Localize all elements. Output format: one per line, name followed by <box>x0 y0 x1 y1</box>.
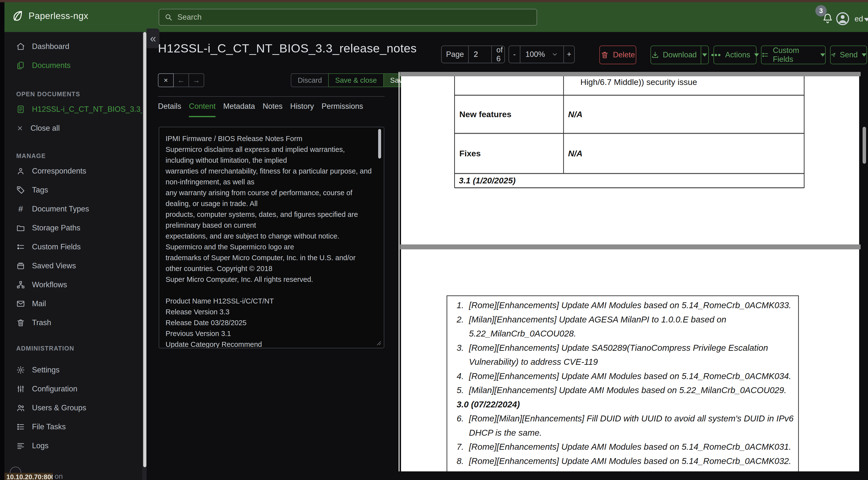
discard-button[interactable]: Discard <box>291 73 329 87</box>
previous-document-button[interactable]: ← <box>173 73 189 87</box>
navbar-right: 3 ed <box>794 2 868 32</box>
zoom-control: - 100% + <box>508 46 575 63</box>
sidebar-item-dashboard[interactable]: Dashboard <box>4 37 142 56</box>
file-text-icon <box>16 105 25 114</box>
download-button[interactable]: Download <box>651 46 709 64</box>
textarea-resize-grip[interactable] <box>375 339 381 347</box>
delete-button[interactable]: Delete <box>599 46 636 64</box>
sidebar-item-label: Correspondents <box>32 167 86 176</box>
sidebar-item-logs[interactable]: Logs <box>4 436 142 455</box>
next-document-button[interactable]: → <box>188 73 204 87</box>
trash-icon <box>600 51 609 59</box>
release-notes-table: High/6.7 Middle)) security issue New fea… <box>454 76 805 188</box>
global-search[interactable] <box>159 9 537 26</box>
sidebar-item-correspondents[interactable]: Correspondents <box>4 161 142 180</box>
version-heading: 3.1 (1/20/2025) <box>459 174 516 187</box>
logs-icon <box>16 441 25 450</box>
list-item: 4.[Rome][Enhancements] Update AMI Module… <box>447 369 798 383</box>
sidebar-item-workflows[interactable]: Workflows <box>4 275 142 294</box>
hash-icon: # <box>16 204 25 214</box>
sidebar-item-label: Custom Fields <box>32 242 81 251</box>
save-and-close-button[interactable]: Save & close <box>328 73 383 87</box>
custom-fields-icon <box>16 242 25 251</box>
zoom-in-button[interactable]: + <box>563 46 574 63</box>
download-dropdown-button[interactable] <box>701 46 708 64</box>
sidebar-item-documents[interactable]: Documents <box>4 56 142 75</box>
textarea-scrollbar-thumb[interactable] <box>378 129 381 158</box>
documents-icon <box>16 61 25 70</box>
left-edge-strip <box>0 2 4 480</box>
tab-details[interactable]: Details <box>158 102 181 117</box>
send-label: Send <box>840 51 858 59</box>
search-icon <box>164 13 173 22</box>
sidebar-scrollbar-thumb[interactable] <box>143 32 146 467</box>
tab-content[interactable]: Content <box>189 102 216 117</box>
pdf-page-gap <box>400 244 861 249</box>
trash-icon <box>16 318 25 327</box>
folder-icon <box>16 223 25 232</box>
delete-label: Delete <box>613 51 635 59</box>
sidebar-item-mail[interactable]: Mail <box>4 294 142 313</box>
search-input[interactable] <box>177 12 532 22</box>
sidebar-item-label: Logs <box>32 441 49 450</box>
sidebar-item-settings[interactable]: Settings <box>4 360 142 379</box>
sidebar-item-trash[interactable]: Trash <box>4 313 142 332</box>
tab-history[interactable]: History <box>290 102 314 117</box>
sidebar-close-all[interactable]: Close all <box>4 119 142 138</box>
section-administration: ADMINISTRATION <box>16 345 142 352</box>
users-icon <box>16 403 25 412</box>
table-row-version: 3.1 (1/20/2025) <box>455 174 804 188</box>
zoom-out-button[interactable]: - <box>509 46 520 63</box>
user-menu[interactable]: ed <box>855 14 863 23</box>
sidebar-item-configuration[interactable]: Configuration <box>4 379 142 398</box>
table-row: Fixes N/A <box>455 134 804 174</box>
sidebar-item-saved-views[interactable]: Saved Views <box>4 256 142 275</box>
list-item: 1.[Rome][Enhancements] Update AMI Module… <box>447 298 798 312</box>
window-top-strip <box>0 0 868 2</box>
list-item: 5.[Milan][Enhancements] Update AMI Modul… <box>447 383 798 397</box>
custom-fields-button[interactable]: Custom Fields <box>761 46 826 64</box>
leaf-logo-icon <box>11 9 24 22</box>
cut-sidebar-label: on <box>55 472 63 480</box>
sidebar-open-document[interactable]: H12SSL-i_C_CT_NT_BIOS_3.3_rel... <box>4 100 142 119</box>
sidebar-item-custom-fields[interactable]: Custom Fields <box>4 237 142 256</box>
sidebar-item-tags[interactable]: Tags <box>4 180 142 200</box>
saved-views-icon <box>16 262 25 270</box>
brand-title: Paperless-ngx <box>29 11 88 21</box>
sliders-icon <box>16 385 25 393</box>
actions-button[interactable]: ••• Actions <box>713 46 756 64</box>
sidebar-item-label: Storage Paths <box>32 223 80 232</box>
zoom-level-dropdown[interactable]: 100% <box>520 46 563 63</box>
editor-tabs: Details Content Metadata Notes History P… <box>158 102 363 117</box>
list-item: 9.[Rome][Milan][Enhancements] For UsbBus… <box>447 468 798 471</box>
close-document-button[interactable]: × <box>158 73 174 87</box>
tag-icon <box>16 186 25 194</box>
send-icon <box>831 51 836 59</box>
pdf-scrollbar-thumb[interactable] <box>863 127 866 164</box>
sidebar-item-label: File Tasks <box>32 422 66 431</box>
table-row: New features N/A <box>455 95 804 134</box>
list-item-continuation: 5.22_MilanCrb_0ACOU028. <box>447 326 798 341</box>
collapse-panel-button[interactable]: « <box>147 29 159 48</box>
table-cell-value: N/A <box>568 134 583 173</box>
tab-metadata[interactable]: Metadata <box>223 102 255 117</box>
table-cell-value: N/A <box>568 95 583 133</box>
column-divider <box>563 134 564 173</box>
document-content-textarea[interactable]: IPMI Firmware / BIOS Release Notes Form … <box>159 127 384 348</box>
sidebar-item-label: Saved Views <box>32 262 76 270</box>
brand[interactable]: Paperless-ngx <box>11 9 88 22</box>
sidebar-item-storage-paths[interactable]: Storage Paths <box>4 218 142 237</box>
sidebar-item-file-tasks[interactable]: File Tasks <box>4 417 142 436</box>
caret-down-icon <box>820 53 825 57</box>
tab-permissions[interactable]: Permissions <box>321 102 363 117</box>
page-number-input[interactable] <box>473 50 487 59</box>
tab-notes[interactable]: Notes <box>263 102 283 117</box>
send-button[interactable]: Send <box>830 46 867 64</box>
section-manage: MANAGE <box>16 152 142 159</box>
download-main[interactable]: Download <box>651 51 697 59</box>
caret-down-icon <box>862 53 867 57</box>
sidebar-item-document-types[interactable]: # Document Types <box>4 200 142 218</box>
user-avatar[interactable] <box>835 11 850 27</box>
sidebar-item-users-groups[interactable]: Users & Groups <box>4 398 142 417</box>
save-button-group: Discard Save & close Save <box>291 73 413 87</box>
